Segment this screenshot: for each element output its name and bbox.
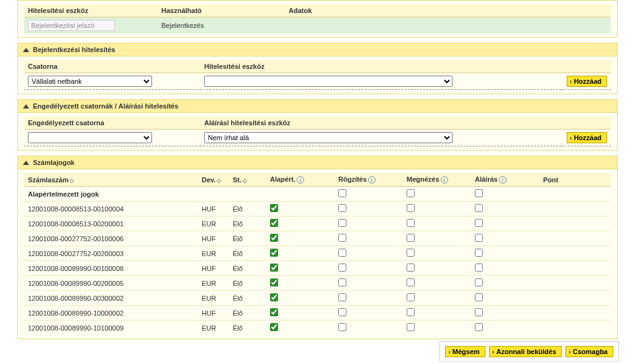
table-row: 12001008-00089990-10100009EURÉlő <box>24 321 611 335</box>
add-button[interactable]: Hozzáad <box>567 132 607 143</box>
alairas-checkbox[interactable] <box>475 264 483 272</box>
cell-alap <box>266 187 335 202</box>
eszkoz-select[interactable] <box>204 76 453 87</box>
cell-szamla: 12001008-00089990-10100009 <box>24 321 198 335</box>
megnezes-checkbox[interactable] <box>407 278 415 286</box>
alapert-checkbox[interactable] <box>270 293 278 301</box>
cell-st: Élő <box>229 246 266 261</box>
cell-dev: EUR <box>198 276 229 291</box>
info-icon[interactable]: i <box>499 176 507 184</box>
rogzites-checkbox[interactable] <box>338 189 346 197</box>
alairas-checkbox[interactable] <box>475 204 483 212</box>
rogzites-checkbox[interactable] <box>338 278 346 286</box>
col-eng-csatorna: Engedélyezett csatorna <box>24 117 200 130</box>
cell-szamla: 12001008-00089990-10000002 <box>24 306 198 321</box>
rogzites-checkbox[interactable] <box>338 234 346 242</box>
cell-st: Élő <box>229 321 266 335</box>
rogzites-checkbox[interactable] <box>338 249 346 257</box>
alairas-checkbox[interactable] <box>475 219 483 227</box>
cell-dev: EUR <box>198 291 229 306</box>
cell-pont <box>539 291 611 306</box>
cell-dev: HUF <box>198 261 229 276</box>
col-rogz: Rögzítési <box>335 173 403 187</box>
alairasi-eszkoz-select[interactable]: Nem írhat alá <box>204 132 453 143</box>
megnezes-checkbox[interactable] <box>407 264 415 272</box>
table-row: 12001008-00089990-10000002HUFÉlő <box>24 306 611 321</box>
auth-row: Bejelentkezés <box>24 17 611 34</box>
auth-tools-table: Hitelesítési eszköz Használható Adatok B… <box>24 4 611 33</box>
sort-icon: ◇ <box>70 177 74 184</box>
cell-pont <box>539 306 611 321</box>
col-adatok: Adatok <box>285 4 611 17</box>
col-szamla[interactable]: Számlaszám◇ <box>24 173 198 187</box>
alairas-checkbox[interactable] <box>475 293 483 301</box>
rogzites-checkbox[interactable] <box>338 293 346 301</box>
col-hasznal: Használható <box>158 4 285 17</box>
megnezes-checkbox[interactable] <box>407 189 415 197</box>
cell-szamla: 12001008-00027752-00100006 <box>24 231 198 246</box>
alairas-checkbox[interactable] <box>475 308 483 316</box>
cell-st: Élő <box>229 291 266 306</box>
alapert-checkbox[interactable] <box>270 278 278 286</box>
cell-dev: HUF <box>198 306 229 321</box>
alapert-checkbox[interactable] <box>270 249 278 257</box>
login-password-field <box>28 20 115 31</box>
info-icon[interactable]: i <box>297 176 304 184</box>
alairas-checkbox[interactable] <box>475 323 483 331</box>
alapert-checkbox[interactable] <box>270 219 278 227</box>
alapert-checkbox[interactable] <box>270 204 278 212</box>
rogzites-checkbox[interactable] <box>338 219 346 227</box>
cell-dev: HUF <box>198 202 229 216</box>
auth-hasznal: Bejelentkezés <box>158 17 285 34</box>
col-dev[interactable]: Dev.◇ <box>198 173 229 187</box>
login-auth-header[interactable]: Bejelentkezési hitelesítés <box>18 43 617 56</box>
cell-pont <box>539 261 611 276</box>
megnezes-checkbox[interactable] <box>407 249 415 257</box>
cell-szamla: 12001008-00008513-00100004 <box>24 202 198 216</box>
alairas-checkbox[interactable] <box>475 249 483 257</box>
eng-csatorna-select[interactable] <box>28 132 152 143</box>
cell-pont <box>539 246 611 261</box>
cell-st: Élő <box>229 276 266 291</box>
chan-sign-input-row: Nem írhat alá Hozzáad <box>24 130 611 146</box>
cell-szamla: 12001008-00008513-00200001 <box>24 216 198 231</box>
cell-dev: EUR <box>198 321 229 335</box>
col-action <box>561 60 611 73</box>
alapert-checkbox[interactable] <box>270 323 278 331</box>
rights-header[interactable]: Számlajogok <box>18 156 617 169</box>
default-rights-row: Alapértelmezett jogok <box>24 187 611 202</box>
megnezes-checkbox[interactable] <box>407 293 415 301</box>
rogzites-checkbox[interactable] <box>338 204 346 212</box>
cell-st: Élő <box>229 231 266 246</box>
table-row: 12001008-00089990-00100008HUFÉlő <box>24 261 611 276</box>
megnezes-checkbox[interactable] <box>407 234 415 242</box>
add-button[interactable]: Hozzáad <box>567 76 607 87</box>
rogzites-checkbox[interactable] <box>338 308 346 316</box>
alapert-checkbox[interactable] <box>270 234 278 242</box>
rogzites-checkbox[interactable] <box>338 264 346 272</box>
table-row: 12001008-00008513-00200001EURÉlő <box>24 216 611 231</box>
table-row: 12001008-00008513-00100004HUFÉlő <box>24 202 611 216</box>
cell-pont <box>539 187 611 202</box>
megnezes-checkbox[interactable] <box>407 308 415 316</box>
table-row: 12001008-00027752-00100006HUFÉlő <box>24 231 611 246</box>
cell-dev: EUR <box>198 216 229 231</box>
csatorna-select[interactable]: Vállalati netbank <box>28 76 152 87</box>
alapert-checkbox[interactable] <box>270 264 278 272</box>
megnezes-checkbox[interactable] <box>407 219 415 227</box>
collapse-icon <box>23 161 29 165</box>
alairas-checkbox[interactable] <box>475 278 483 286</box>
action-bar: Mégsem Azonnali beküldés Csomagba <box>439 342 619 344</box>
megnezes-checkbox[interactable] <box>407 204 415 212</box>
info-icon[interactable]: i <box>441 176 448 184</box>
alairas-checkbox[interactable] <box>475 189 483 197</box>
alairas-checkbox[interactable] <box>475 234 483 242</box>
alapert-checkbox[interactable] <box>270 308 278 316</box>
col-st[interactable]: St.◇ <box>229 173 266 187</box>
megnezes-checkbox[interactable] <box>407 323 415 331</box>
col-eszkoz: Hitelesítési eszköz <box>24 4 158 17</box>
info-icon[interactable]: i <box>368 176 376 184</box>
default-rights-label: Alapértelmezett jogok <box>24 187 266 202</box>
chan-sign-header[interactable]: Engedélyezett csatornák / Aláírási hitel… <box>18 100 617 113</box>
rogzites-checkbox[interactable] <box>338 323 346 331</box>
